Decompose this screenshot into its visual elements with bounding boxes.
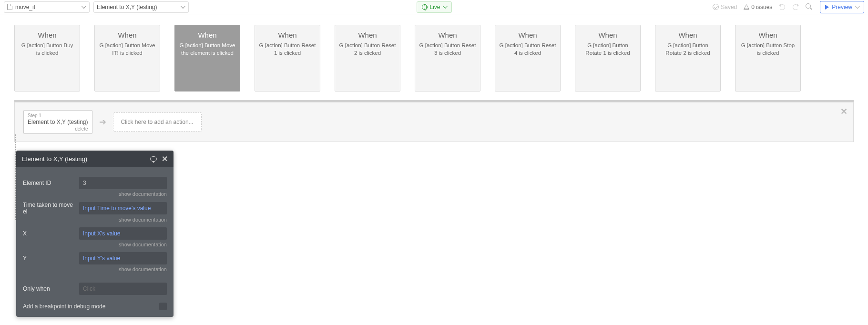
workflow-card-subtitle: G [action] Button Move IT! is clicked bbox=[99, 42, 156, 57]
workflow-cards-row: WhenG [action] Button Buy is clickedWhen… bbox=[14, 25, 854, 91]
workflow-card[interactable]: WhenG [action] Button Buy is clicked bbox=[14, 25, 80, 91]
workflow-card-title: When bbox=[659, 31, 716, 39]
search-button[interactable] bbox=[806, 3, 813, 11]
workflow-card-subtitle: G [action] Button Reset 1 is clicked bbox=[259, 42, 316, 57]
workflow-card-title: When bbox=[339, 31, 396, 39]
workflow-card-title: When bbox=[259, 31, 316, 39]
check-circle-icon bbox=[713, 4, 719, 10]
workflow-card-subtitle: G [action] Button Buy is clicked bbox=[19, 42, 76, 57]
saved-status: Saved bbox=[713, 4, 737, 10]
workflow-card-subtitle: G [action] Button Stop is clicked bbox=[739, 42, 797, 57]
file-icon bbox=[7, 4, 12, 10]
step-number: Step 1 bbox=[28, 113, 88, 118]
step-name: Element to X,Y (testing) bbox=[28, 119, 88, 125]
workflow-card[interactable]: WhenG [action] Button Reset 2 is clicked bbox=[335, 25, 400, 91]
live-version-pill[interactable]: Live bbox=[416, 1, 451, 13]
chevron-down-icon bbox=[82, 5, 85, 9]
issues-button[interactable]: 0 issues bbox=[744, 4, 772, 10]
workflow-card[interactable]: WhenG [action] Button Stop is clicked bbox=[735, 25, 801, 91]
toolbar-right-group: Saved 0 issues Preview bbox=[713, 1, 864, 13]
arrow-right-icon: ➔ bbox=[99, 117, 106, 127]
workflow-card-subtitle: G [action] Button Rotate 1 is clicked bbox=[579, 42, 636, 57]
workflow-card[interactable]: WhenG [action] Button Reset 4 is clicked bbox=[495, 25, 561, 91]
close-step-panel-button[interactable]: ✕ bbox=[840, 106, 848, 117]
globe-icon bbox=[421, 4, 427, 10]
chevron-down-icon bbox=[443, 5, 447, 9]
connector-line bbox=[15, 134, 16, 142]
workflow-card-title: When bbox=[99, 31, 156, 39]
live-label: Live bbox=[429, 4, 440, 10]
chevron-down-icon bbox=[855, 5, 859, 9]
workflow-card[interactable]: WhenG [action] Button Reset 3 is clicked bbox=[415, 25, 480, 91]
page-selector-dropdown[interactable]: move_it bbox=[4, 1, 90, 13]
preview-button[interactable]: Preview bbox=[820, 1, 864, 13]
workflow-card-subtitle: G [action] Button Reset 4 is clicked bbox=[499, 42, 556, 57]
workflow-card-subtitle: G [action] Button Move the element is cl… bbox=[179, 42, 236, 57]
play-icon bbox=[825, 5, 829, 10]
workflow-card[interactable]: WhenG [action] Button Rotate 1 is clicke… bbox=[575, 25, 641, 91]
add-action-button[interactable]: Click here to add an action... bbox=[113, 112, 202, 132]
preview-label: Preview bbox=[832, 4, 852, 10]
workflow-card-title: When bbox=[579, 31, 636, 39]
workflow-card-title: When bbox=[739, 31, 797, 39]
workflow-card-subtitle: G [action] Button Reset 2 is clicked bbox=[339, 42, 396, 57]
workflow-area: WhenG [action] Button Buy is clickedWhen… bbox=[0, 14, 868, 142]
redo-button[interactable] bbox=[792, 4, 799, 10]
workflow-selector-dropdown[interactable]: Element to X,Y (testing) bbox=[93, 1, 189, 13]
workflow-card-title: When bbox=[499, 31, 556, 39]
top-toolbar: move_it Element to X,Y (testing) Live Sa… bbox=[0, 0, 868, 14]
undo-button[interactable] bbox=[779, 4, 786, 10]
workflow-name: Element to X,Y (testing) bbox=[97, 4, 157, 10]
workflow-card-title: When bbox=[419, 31, 476, 39]
workflow-card-title: When bbox=[19, 31, 76, 39]
workflow-card[interactable]: WhenG [action] Button Reset 1 is clicked bbox=[255, 25, 320, 91]
workflow-card[interactable]: WhenG [action] Button Rotate 2 is clicke… bbox=[655, 25, 721, 91]
issues-label: 0 issues bbox=[751, 4, 772, 10]
step-delete-link[interactable]: delete bbox=[28, 126, 88, 132]
workflow-card[interactable]: WhenG [action] Button Move IT! is clicke… bbox=[94, 25, 160, 91]
step-box[interactable]: Step 1 Element to X,Y (testing) delete bbox=[23, 110, 92, 134]
saved-label: Saved bbox=[721, 4, 737, 10]
chevron-down-icon bbox=[181, 5, 184, 9]
step-panel: ✕ Step 1 Element to X,Y (testing) delete… bbox=[14, 102, 854, 142]
workflow-card-subtitle: G [action] Button Rotate 2 is clicked bbox=[659, 42, 716, 57]
workflow-card[interactable]: WhenG [action] Button Move the element i… bbox=[174, 25, 240, 91]
page-name: move_it bbox=[15, 4, 35, 10]
workflow-card-title: When bbox=[179, 31, 236, 39]
warning-icon bbox=[744, 4, 749, 10]
workflow-card-subtitle: G [action] Button Reset 3 is clicked bbox=[419, 42, 476, 57]
